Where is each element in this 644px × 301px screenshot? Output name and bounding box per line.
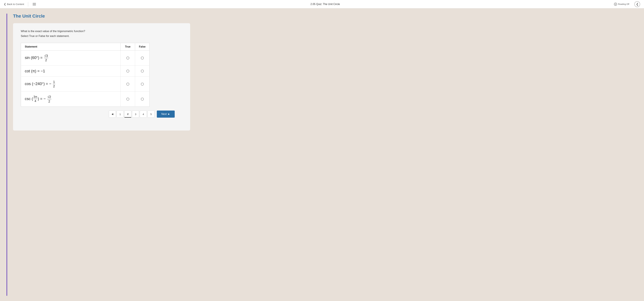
nav-footer: ◄ 1 2 3 4 5: [21, 107, 182, 123]
page-1-label: 1: [120, 113, 121, 116]
math-expression-3: cos (−240°) = − 1 2: [25, 82, 56, 86]
page-button-3[interactable]: 3: [132, 111, 139, 118]
math-expression-2: cot (π) = −1: [25, 69, 45, 73]
left-accent-border: [6, 14, 7, 296]
statement-cell: cot (π) = −1: [21, 65, 120, 77]
quiz-card: What is the exact value of the trigonome…: [13, 23, 190, 131]
header-true: True: [120, 43, 135, 51]
table-row: csc ( 3π 4 ) = − √2 2: [21, 92, 150, 107]
back-to-content-label: Back to Content: [7, 3, 24, 6]
next-label: Next: [161, 113, 167, 116]
true-cell-1: [120, 51, 135, 66]
table-row: sin (60°) = √3 2: [21, 51, 150, 66]
radio-true-2[interactable]: [126, 70, 129, 73]
question-text: What is the exact value of the trigonome…: [21, 30, 182, 33]
page-navigation: ◄ 1 2 3 4 5: [109, 111, 154, 118]
reading-icon: [614, 3, 617, 6]
radio-true-4[interactable]: [126, 98, 129, 101]
radio-true-3[interactable]: [126, 83, 129, 86]
fraction-sqrt3-over-2: √3 2: [44, 54, 48, 62]
reading-off-button[interactable]: Reading Off: [614, 3, 629, 6]
fraction-3pi-over-4: 3π 4: [33, 95, 38, 103]
false-cell-4: [135, 92, 150, 107]
table-row: cot (π) = −1: [21, 65, 150, 77]
false-cell-2: [135, 65, 150, 77]
statement-cell: csc ( 3π 4 ) = − √2 2: [21, 92, 120, 107]
hamburger-menu-button[interactable]: [32, 3, 36, 6]
true-cell-3: [120, 77, 135, 92]
page-button-1[interactable]: 1: [116, 111, 124, 118]
page-4-label: 4: [143, 113, 144, 116]
top-nav: ❮ Back to Content 2.05 Quiz: The Unit Ci…: [0, 0, 644, 8]
header-false: False: [135, 43, 150, 51]
nav-divider: [28, 2, 28, 7]
fraction-sqrt2-over-2: √2 2: [47, 95, 52, 103]
radio-false-2[interactable]: [141, 70, 144, 73]
false-cell-3: [135, 77, 150, 92]
true-cell-4: [120, 92, 135, 107]
radio-false-1[interactable]: [141, 57, 144, 60]
math-expression-1: sin (60°) = √3 2: [25, 56, 48, 60]
math-expression-4: csc ( 3π 4 ) = − √2 2: [25, 97, 52, 101]
radio-false-3[interactable]: [141, 83, 144, 86]
false-cell-1: [135, 51, 150, 66]
page-button-4[interactable]: 4: [140, 111, 147, 118]
statement-cell: sin (60°) = √3 2: [21, 51, 120, 66]
page-5-label: 5: [150, 113, 152, 116]
main-content: The Unit Circle What is the exact value …: [0, 8, 644, 301]
radio-true-1[interactable]: [126, 57, 129, 60]
back-chevron-icon: ❮: [4, 3, 6, 6]
table-row: cos (−240°) = − 1 2: [21, 77, 150, 92]
close-icon: ❮: [636, 3, 638, 6]
quiz-title: 2.05 Quiz: The Unit Circle: [40, 3, 611, 6]
page-3-label: 3: [135, 113, 136, 116]
prev-icon: ◄: [111, 113, 114, 116]
table-header-row: Statement True False: [21, 43, 150, 51]
radio-false-4[interactable]: [141, 98, 144, 101]
next-icon: ►: [168, 113, 170, 116]
content-area: The Unit Circle What is the exact value …: [13, 14, 638, 296]
statements-table: Statement True False sin (60°) = √3: [21, 43, 150, 107]
page-button-5[interactable]: 5: [148, 111, 154, 118]
prev-page-button[interactable]: ◄: [109, 111, 116, 118]
reading-label: Reading Off: [618, 3, 629, 5]
statement-cell: cos (−240°) = − 1 2: [21, 77, 120, 92]
true-cell-2: [120, 65, 135, 77]
close-button[interactable]: ❮: [634, 1, 640, 7]
back-to-content-link[interactable]: ❮ Back to Content: [4, 3, 24, 6]
page-2-label: 2: [127, 113, 128, 115]
fraction-1-over-2: 1 2: [53, 80, 55, 88]
header-statement: Statement: [21, 43, 120, 51]
page-title: The Unit Circle: [13, 14, 638, 19]
instruction-text: Select True or False for each statement.: [21, 35, 182, 38]
page-button-2[interactable]: 2: [124, 111, 132, 118]
next-button[interactable]: Next ►: [157, 111, 175, 118]
